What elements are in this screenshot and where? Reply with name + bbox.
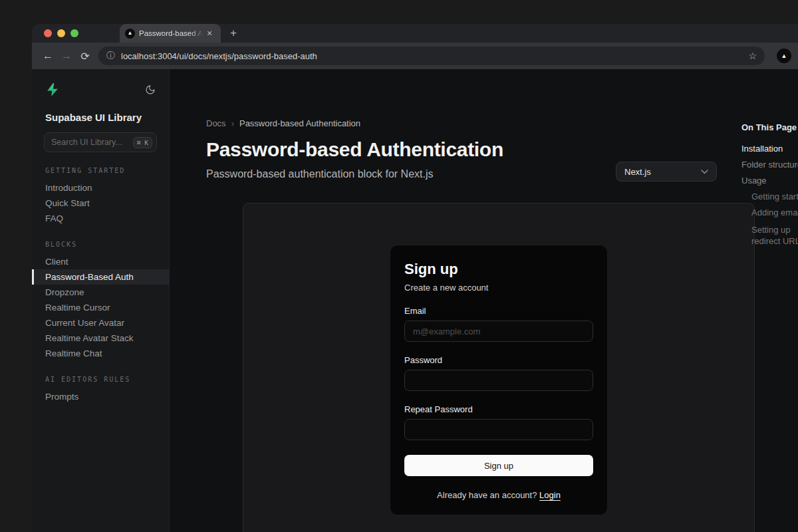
sidebar: Supabase UI Library Search UI Library...… [32,69,170,532]
repeat-password-field[interactable] [404,419,593,440]
browser-toolbar: ← → ⟳ ⓘ localhost:3004/ui/docs/nextjs/pa… [32,43,798,69]
chevron-right-icon: › [231,118,234,128]
section-label-getting-started: GETTING STARTED [32,167,169,174]
email-field[interactable] [404,321,593,342]
breadcrumb-current: Password-based Authentication [239,118,360,128]
login-link[interactable]: Login [539,490,561,500]
profile-avatar[interactable]: ▲ [777,49,791,63]
back-icon[interactable]: ← [39,47,57,65]
browser-tab[interactable]: ▲ Password-based Authentication × [120,24,221,43]
bookmark-star-icon[interactable]: ☆ [748,51,757,61]
password-label: Password [404,355,593,365]
toc-item-installation[interactable]: Installation [741,144,798,153]
sidebar-item-faq[interactable]: FAQ [32,211,169,226]
chevron-down-icon [701,170,708,174]
sidebar-item-realtime-avatar-stack[interactable]: Realtime Avatar Stack [32,331,169,346]
sidebar-item-password-based-auth[interactable]: Password-Based Auth [32,269,169,285]
minimize-window-button[interactable] [57,29,65,37]
search-shortcut-badge: ⌘ K [133,137,152,148]
sidebar-item-realtime-chat[interactable]: Realtime Chat [32,346,169,361]
toc-item-adding-email-templates[interactable]: Adding email templates [741,208,798,217]
theme-toggle-moon-icon[interactable] [145,84,156,95]
page-title: Password-based Authentication [206,138,798,161]
window-controls [32,29,88,37]
sidebar-item-dropzone[interactable]: Dropzone [32,285,169,300]
supabase-logo-icon [45,82,60,97]
toc-item-folder-structure[interactable]: Folder structure [741,160,798,169]
main-content: Docs › Password-based Authentication Pas… [170,69,798,532]
framework-select-value: Next.js [624,167,701,177]
new-tab-button[interactable]: + [230,27,237,40]
login-prompt-text: Already have an account? [437,490,537,500]
signup-card-description: Create a new account [404,283,593,293]
reload-icon[interactable]: ⟳ [76,47,94,65]
site-info-icon[interactable]: ⓘ [106,50,115,62]
password-field[interactable] [404,370,593,391]
toc-item-getting-started[interactable]: Getting started [741,192,798,201]
close-window-button[interactable] [44,29,52,37]
search-placeholder: Search UI Library... [51,138,133,147]
sidebar-item-introduction[interactable]: Introduction [32,180,169,196]
sidebar-item-realtime-cursor[interactable]: Realtime Cursor [32,300,169,315]
signup-submit-button[interactable]: Sign up [404,455,593,476]
sidebar-item-current-user-avatar[interactable]: Current User Avatar [32,315,169,331]
browser-window: ▲ Password-based Authentication × + ← → … [32,24,798,532]
signup-card-title: Sign up [404,261,593,278]
toc-item-setting-up-redirect-urls[interactable]: Setting up redirect URLs [741,224,798,247]
sidebar-item-client[interactable]: Client [32,254,169,269]
tab-close-icon[interactable]: × [207,29,212,38]
section-label-blocks: BLOCKS [32,241,169,248]
tab-favicon-icon: ▲ [125,29,135,39]
breadcrumb: Docs › Password-based Authentication [206,118,798,128]
maximize-window-button[interactable] [70,29,78,37]
sidebar-item-prompts[interactable]: Prompts [32,389,169,404]
sidebar-item-quick-start[interactable]: Quick Start [32,196,169,211]
toc-heading: On This Page [741,122,798,132]
login-prompt: Already have an account? Login [404,490,593,500]
framework-select[interactable]: Next.js [616,162,717,182]
section-label-ai-editors-rules: AI EDITORS RULES [32,376,169,383]
tab-strip: ▲ Password-based Authentication × + [32,24,798,43]
breadcrumb-docs-link[interactable]: Docs [206,118,226,128]
repeat-password-label: Repeat Password [404,404,593,414]
library-title: Supabase UI Library [32,112,169,123]
url-bar[interactable]: ⓘ localhost:3004/ui/docs/nextjs/password… [98,47,765,65]
tab-title: Password-based Authentication [139,29,203,37]
email-label: Email [404,306,593,316]
forward-icon[interactable]: → [57,47,76,65]
on-this-page: On This Page Installation Folder structu… [741,122,798,254]
search-input[interactable]: Search UI Library... ⌘ K [44,132,157,152]
toc-item-usage[interactable]: Usage [741,176,798,185]
signup-card: Sign up Create a new account Email Passw… [390,245,608,515]
preview-panel: Sign up Create a new account Email Passw… [243,203,755,532]
url-text[interactable]: localhost:3004/ui/docs/nextjs/password-b… [121,51,742,61]
